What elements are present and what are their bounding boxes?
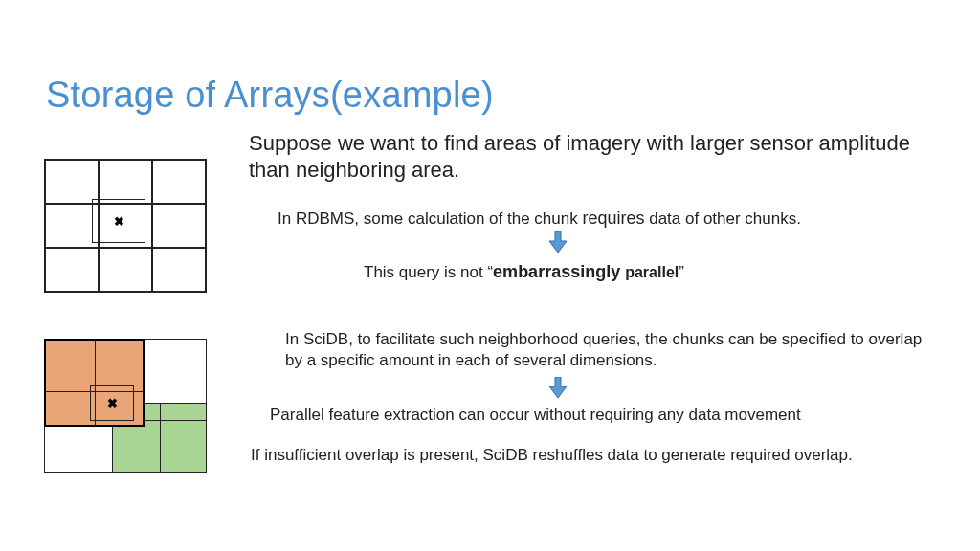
- down-arrow-icon: [549, 231, 567, 253]
- reshuffle-text: If insufficient overlap is present, SciD…: [251, 446, 978, 465]
- down-arrow-icon-2: [549, 377, 567, 398]
- query-point-icon: ✖: [114, 214, 124, 229]
- parallel-text: Parallel feature extraction can occur wi…: [270, 406, 959, 425]
- np-post: ”: [679, 263, 684, 281]
- scidb-text: In SciDB, to facilitate such neighborhoo…: [285, 329, 936, 371]
- query-point-icon-2: ✖: [107, 396, 118, 410]
- rdbms-requires: requires: [582, 209, 644, 228]
- np-emb: embarrassingly: [493, 262, 625, 281]
- diagram-non-overlap: ✖: [44, 159, 207, 293]
- rdbms-pre: In RDBMS, some calculation of the chunk: [278, 209, 582, 228]
- slide-title: Storage of Arrays(example): [46, 75, 494, 116]
- rdbms-post: data of other chunks.: [644, 209, 801, 228]
- np-pre: This query is not “: [364, 263, 493, 281]
- np-par: parallel: [625, 264, 679, 280]
- diagram-overlap: ✖: [44, 339, 207, 473]
- rdbms-text: In RDBMS, some calculation of the chunk …: [278, 209, 928, 229]
- intro-text: Suppose we want to find areas of imagery…: [249, 130, 919, 183]
- not-parallel-text: This query is not “embarrassingly parall…: [364, 262, 684, 282]
